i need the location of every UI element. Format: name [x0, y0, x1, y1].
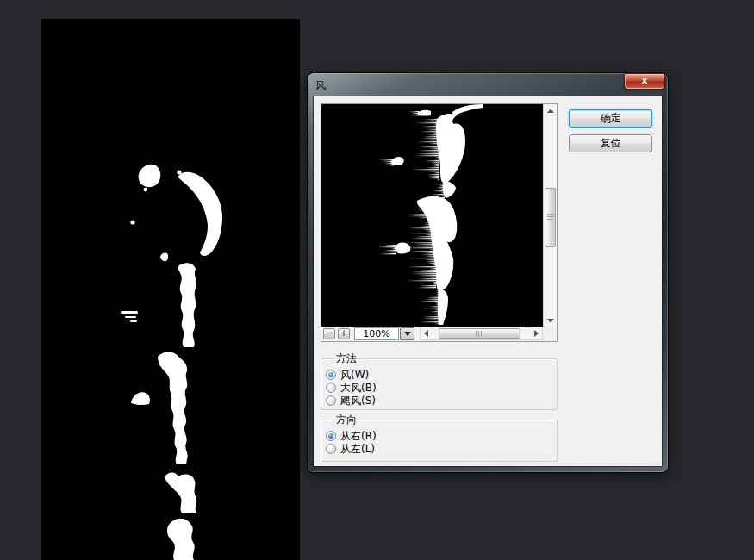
scroll-down-arrow-icon[interactable]	[544, 314, 558, 327]
wind-filter-dialog: 风 x	[308, 73, 668, 472]
method-group-label: 方法	[333, 352, 359, 364]
scroll-left-arrow-icon[interactable]	[421, 327, 432, 339]
scroll-up-arrow-icon[interactable]	[544, 104, 558, 116]
thumb-grip-icon	[547, 214, 553, 221]
scroll-right-arrow-icon[interactable]	[531, 327, 542, 339]
radio-icon[interactable]	[326, 383, 336, 393]
radio-option-from-right[interactable]: 从右(R)	[326, 430, 377, 442]
preview-vertical-scrollbar[interactable]	[543, 104, 557, 327]
preview-frame: − + 100%	[321, 103, 558, 342]
close-button[interactable]: x	[624, 73, 665, 90]
radio-icon[interactable]	[326, 370, 336, 380]
thumb-grip-icon	[476, 331, 483, 337]
radio-label[interactable]: 飓风(S)	[340, 395, 376, 407]
preview-bottom-bar: − + 100%	[321, 327, 543, 341]
vertical-scrollbar-thumb[interactable]	[545, 188, 556, 247]
radio-option-wind[interactable]: 风(W)	[326, 369, 369, 381]
radio-option-from-left[interactable]: 从左(L)	[326, 443, 375, 455]
dialog-titlebar[interactable]: 风 x	[308, 73, 668, 96]
zoom-out-button[interactable]: −	[323, 328, 335, 339]
ok-button[interactable]: 确定	[569, 109, 652, 128]
radio-icon[interactable]	[326, 431, 336, 441]
canvas-artwork	[41, 19, 300, 560]
direction-group-label: 方向	[333, 414, 359, 426]
radio-label[interactable]: 风(W)	[340, 369, 369, 381]
filter-preview[interactable]	[321, 104, 543, 327]
radio-icon[interactable]	[326, 395, 336, 406]
direction-group: 方向 从右(R) 从左(L)	[321, 420, 558, 462]
zoom-dropdown-button[interactable]	[400, 327, 414, 340]
reset-button[interactable]: 复位	[569, 134, 652, 152]
radio-icon[interactable]	[326, 444, 336, 454]
scrollbar-corner	[543, 327, 557, 341]
radio-label[interactable]: 大风(B)	[340, 382, 377, 394]
document-canvas[interactable]	[41, 19, 300, 560]
preview-artwork	[321, 104, 543, 327]
method-group: 方法 风(W) 大风(B) 飓风(S)	[321, 358, 558, 410]
radio-label[interactable]: 从左(L)	[340, 443, 375, 455]
preview-horizontal-scrollbar[interactable]	[420, 327, 543, 340]
horizontal-scrollbar-thumb[interactable]	[439, 328, 520, 339]
zoom-percentage-field[interactable]: 100%	[354, 327, 399, 340]
dialog-title: 风	[315, 78, 326, 93]
zoom-in-button[interactable]: +	[338, 328, 350, 339]
radio-option-stagger[interactable]: 飓风(S)	[326, 395, 376, 407]
dialog-client-area: − + 100% 确定 复位 方法 风(W)	[314, 96, 662, 466]
radio-option-blast[interactable]: 大风(B)	[326, 382, 377, 394]
close-icon: x	[641, 75, 647, 86]
radio-label[interactable]: 从右(R)	[340, 430, 377, 442]
chevron-down-icon	[404, 332, 411, 336]
